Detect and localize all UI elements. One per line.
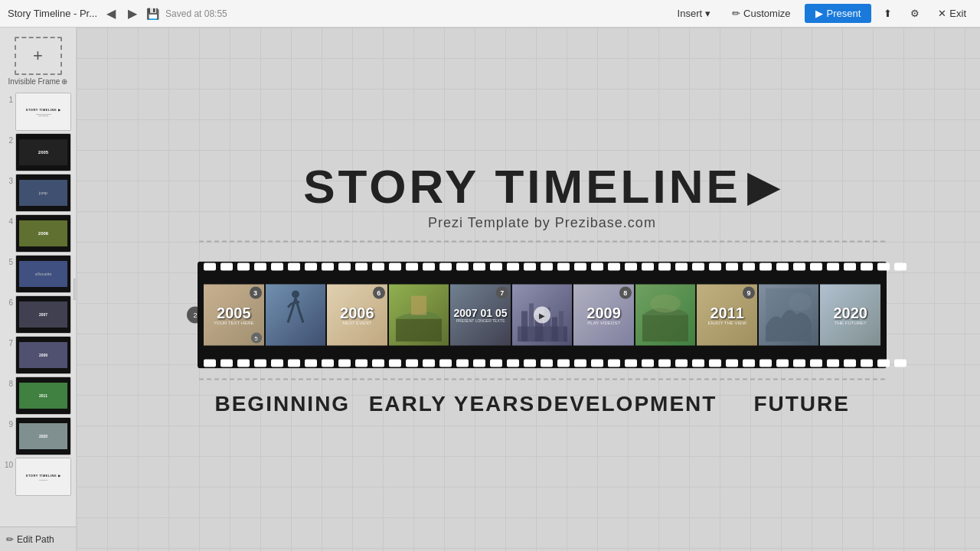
perf: [658, 263, 671, 271]
slide-number-2: 2: [5, 133, 15, 171]
svg-rect-10: [642, 315, 688, 342]
film-frame-field2[interactable]: [635, 285, 696, 346]
dot-line-top: [198, 237, 887, 246]
slide-number-10: 10: [5, 458, 15, 496]
insert-label: Insert: [678, 8, 703, 19]
label-development: DEVELOPMENT: [537, 392, 717, 416]
frame-year-2005: 2005: [214, 305, 253, 321]
slide-number-6: 6: [5, 295, 15, 334]
insert-button[interactable]: Insert ▾: [670, 5, 719, 22]
share-button[interactable]: ⬆: [877, 5, 898, 22]
edit-path-pencil-icon: ✏: [6, 534, 14, 545]
frame-label: Invisible Frame ⊕: [8, 77, 68, 86]
perf: [642, 263, 654, 271]
slide-thumb-8[interactable]: 8 2011: [5, 377, 71, 415]
present-button[interactable]: ▶ Present: [805, 4, 872, 23]
perf: [372, 263, 384, 271]
perf: [524, 360, 536, 367]
edit-path-button[interactable]: ✏ Edit Path: [6, 534, 54, 545]
film-frame-field[interactable]: [389, 285, 449, 346]
svg-rect-4: [521, 311, 528, 342]
film-frame-nature[interactable]: [759, 285, 819, 346]
present-play-icon: ▶: [815, 8, 823, 19]
perf: [423, 360, 435, 367]
label-early-years: EARLY YEARS: [368, 392, 537, 416]
edit-path-label: Edit Path: [17, 534, 54, 545]
slide-number-7: 7: [5, 336, 15, 374]
exit-button[interactable]: ✕ Exit: [932, 5, 972, 22]
bottom-labels: BEGINNING EARLY YEARS DEVELOPMENT FUTURE: [198, 392, 887, 416]
perf: [288, 263, 300, 271]
slide-thumb-3[interactable]: 3 jump: [5, 174, 71, 212]
close-icon: ✕: [938, 8, 946, 19]
perf: [743, 263, 755, 271]
slide-number-9: 9: [5, 417, 15, 455]
sidebar: + Invisible Frame ⊕ 1 STORY TIMELINE ▶ ━…: [0, 28, 77, 551]
perf: [894, 360, 906, 367]
play-overlay-icon[interactable]: ▶: [534, 307, 550, 324]
film-frame-2020[interactable]: 2020 THE FUTURE?: [820, 285, 880, 346]
film-frame-2009[interactable]: 2009 PLAY VIDEOS? 8: [573, 285, 634, 346]
slide-thumb-1[interactable]: 1 STORY TIMELINE ▶ ━━━━━━━━━━━━━━━━━━━━ …: [5, 93, 71, 131]
perf: [692, 360, 704, 367]
slide-thumb-7[interactable]: 7 2009: [5, 336, 71, 374]
slide-number-8: 8: [5, 377, 15, 415]
perf: [861, 360, 873, 367]
canvas[interactable]: STORY TIMELINE ▶ Prezi Template by Prezi…: [77, 28, 980, 551]
app-title: Story Timeline - Pr...: [8, 8, 97, 19]
film-frame-2006[interactable]: 2006 NEXT EVENT 6: [327, 285, 387, 346]
frame-badge-7-2007: 7: [496, 287, 508, 299]
film-frame-2005[interactable]: 2005 YOUR TEXT HERE 3 5: [204, 285, 264, 346]
slide-preview-5: silhouette: [15, 255, 71, 293]
perf: [827, 263, 839, 271]
perf: [237, 263, 250, 271]
perf: [760, 360, 772, 367]
perf: [456, 263, 469, 271]
perf: [658, 360, 671, 367]
film-frame-jump[interactable]: [266, 285, 326, 346]
film-frame-2011[interactable]: 2011 ENJOY THE VIEW 9: [697, 285, 757, 346]
perf: [389, 263, 401, 271]
film-frame-city[interactable]: ▶: [512, 285, 573, 346]
svg-rect-1: [396, 319, 442, 342]
perf: [204, 263, 216, 271]
save-icon: 💾: [146, 8, 159, 20]
slide-thumb-4[interactable]: 4 2006: [5, 214, 71, 253]
frame-sub-2020: THE FUTURE?: [833, 321, 867, 325]
add-frame-button[interactable]: +: [15, 37, 62, 75]
perf: [877, 360, 890, 367]
field-scene-icon: [396, 289, 442, 342]
perf: [355, 360, 368, 367]
slide-thumb-5[interactable]: 5 silhouette: [5, 255, 71, 293]
customize-button[interactable]: ✏ Customize: [724, 5, 798, 22]
perf: [322, 263, 334, 271]
perf: [810, 360, 822, 367]
perf: [338, 263, 351, 271]
redo-button[interactable]: ▶: [125, 5, 140, 22]
perf: [760, 263, 772, 271]
perf: [557, 263, 570, 271]
bottom-bar: ✏ Edit Path: [0, 527, 77, 551]
slide-thumb-6[interactable]: 6 2007: [5, 295, 71, 334]
slide-preview-3: jump: [15, 174, 71, 212]
perf: [439, 360, 452, 367]
settings-button[interactable]: ⚙: [904, 5, 926, 22]
film-frame-2007[interactable]: 2007 01 05 PRESENT LONGER TEXTS 7: [450, 285, 511, 346]
slide-preview-2: 2005: [15, 133, 71, 171]
perf: [591, 360, 603, 367]
svg-rect-8: [552, 318, 557, 342]
label-beginning: BEGINNING: [198, 392, 368, 416]
perf: [406, 263, 418, 271]
perf: [675, 263, 688, 271]
slide-preview-10: STORY TIMELINE ▶ ━━━━━━━━━━━: [15, 458, 71, 496]
frame-sub-2009: PLAY VIDEOS?: [586, 321, 621, 325]
slide-thumb-10[interactable]: 10 STORY TIMELINE ▶ ━━━━━━━━━━━: [5, 458, 71, 496]
perf: [254, 263, 266, 271]
frame-badge-8-2009: 8: [619, 287, 632, 299]
customize-pencil-icon: ✏: [732, 8, 740, 19]
slide-thumb-9[interactable]: 9 2020: [5, 417, 71, 455]
slide-thumb-2[interactable]: 2 2005: [5, 133, 71, 171]
film-perforations-bottom: [198, 360, 887, 367]
perf: [675, 360, 688, 367]
undo-button[interactable]: ◀: [103, 5, 119, 22]
